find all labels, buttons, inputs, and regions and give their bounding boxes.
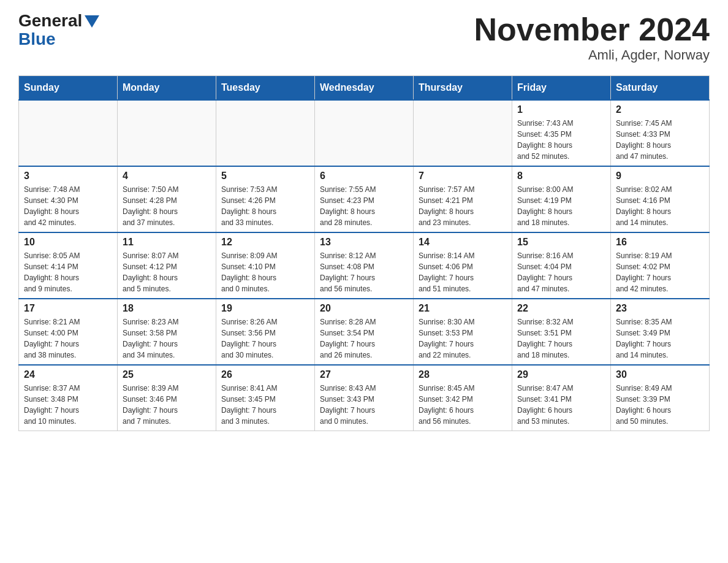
- logo: General Blue: [18, 12, 99, 49]
- day-cell: [118, 100, 216, 166]
- calendar-table: Sunday Monday Tuesday Wednesday Thursday…: [18, 75, 710, 431]
- header-saturday: Saturday: [611, 76, 710, 101]
- day-number: 3: [24, 170, 112, 182]
- day-number: 18: [123, 303, 211, 314]
- day-info: Sunrise: 7:43 AM Sunset: 4:35 PM Dayligh…: [517, 118, 605, 162]
- header-row: Sunday Monday Tuesday Wednesday Thursday…: [19, 76, 710, 101]
- day-number: 8: [517, 170, 605, 182]
- day-cell: [216, 100, 315, 166]
- day-number: 5: [221, 170, 309, 182]
- week-row-1: 1Sunrise: 7:43 AM Sunset: 4:35 PM Daylig…: [19, 100, 710, 166]
- day-cell: 23Sunrise: 8:35 AM Sunset: 3:49 PM Dayli…: [611, 299, 710, 365]
- day-cell: [414, 100, 512, 166]
- day-info: Sunrise: 8:23 AM Sunset: 3:58 PM Dayligh…: [123, 316, 211, 361]
- day-number: 19: [221, 303, 309, 314]
- day-info: Sunrise: 7:57 AM Sunset: 4:21 PM Dayligh…: [419, 184, 507, 228]
- header-tuesday: Tuesday: [216, 76, 315, 101]
- day-info: Sunrise: 8:30 AM Sunset: 3:53 PM Dayligh…: [419, 316, 507, 361]
- day-cell: 2Sunrise: 7:45 AM Sunset: 4:33 PM Daylig…: [611, 100, 710, 166]
- header-monday: Monday: [118, 76, 216, 101]
- day-cell: 26Sunrise: 8:41 AM Sunset: 3:45 PM Dayli…: [216, 365, 315, 431]
- logo-general: General: [18, 12, 82, 29]
- day-number: 1: [517, 104, 605, 115]
- day-number: 20: [320, 303, 408, 314]
- day-number: 15: [517, 237, 605, 248]
- day-cell: 10Sunrise: 8:05 AM Sunset: 4:14 PM Dayli…: [19, 232, 118, 299]
- day-info: Sunrise: 8:21 AM Sunset: 4:00 PM Dayligh…: [24, 316, 112, 361]
- day-cell: 6Sunrise: 7:55 AM Sunset: 4:23 PM Daylig…: [315, 166, 414, 232]
- week-row-3: 10Sunrise: 8:05 AM Sunset: 4:14 PM Dayli…: [19, 232, 710, 299]
- day-number: 29: [517, 369, 605, 380]
- day-info: Sunrise: 8:39 AM Sunset: 3:46 PM Dayligh…: [123, 383, 211, 427]
- day-number: 30: [616, 369, 704, 380]
- calendar-title: November 2024: [474, 12, 710, 47]
- day-cell: 27Sunrise: 8:43 AM Sunset: 3:43 PM Dayli…: [315, 365, 414, 431]
- day-cell: 14Sunrise: 8:14 AM Sunset: 4:06 PM Dayli…: [414, 232, 512, 299]
- day-info: Sunrise: 7:53 AM Sunset: 4:26 PM Dayligh…: [221, 184, 309, 228]
- day-cell: 4Sunrise: 7:50 AM Sunset: 4:28 PM Daylig…: [118, 166, 216, 232]
- day-number: 12: [221, 237, 309, 248]
- week-row-2: 3Sunrise: 7:48 AM Sunset: 4:30 PM Daylig…: [19, 166, 710, 232]
- day-number: 23: [616, 303, 704, 314]
- day-info: Sunrise: 8:41 AM Sunset: 3:45 PM Dayligh…: [221, 383, 309, 427]
- calendar-subtitle: Amli, Agder, Norway: [474, 47, 710, 63]
- day-cell: 12Sunrise: 8:09 AM Sunset: 4:10 PM Dayli…: [216, 232, 315, 299]
- day-info: Sunrise: 8:09 AM Sunset: 4:10 PM Dayligh…: [221, 250, 309, 294]
- day-cell: 30Sunrise: 8:49 AM Sunset: 3:39 PM Dayli…: [611, 365, 710, 431]
- day-cell: 29Sunrise: 8:47 AM Sunset: 3:41 PM Dayli…: [512, 365, 611, 431]
- day-cell: 22Sunrise: 8:32 AM Sunset: 3:51 PM Dayli…: [512, 299, 611, 365]
- logo-triangle-icon: [85, 15, 99, 28]
- day-number: 25: [123, 369, 211, 380]
- day-info: Sunrise: 7:48 AM Sunset: 4:30 PM Dayligh…: [24, 184, 112, 228]
- day-number: 11: [123, 237, 211, 248]
- header-friday: Friday: [512, 76, 611, 101]
- day-number: 22: [517, 303, 605, 314]
- day-info: Sunrise: 8:35 AM Sunset: 3:49 PM Dayligh…: [616, 316, 704, 361]
- day-info: Sunrise: 7:50 AM Sunset: 4:28 PM Dayligh…: [123, 184, 211, 228]
- day-info: Sunrise: 8:37 AM Sunset: 3:48 PM Dayligh…: [24, 383, 112, 427]
- day-cell: 21Sunrise: 8:30 AM Sunset: 3:53 PM Dayli…: [414, 299, 512, 365]
- day-info: Sunrise: 7:55 AM Sunset: 4:23 PM Dayligh…: [320, 184, 408, 228]
- day-info: Sunrise: 8:02 AM Sunset: 4:16 PM Dayligh…: [616, 184, 704, 228]
- day-info: Sunrise: 8:32 AM Sunset: 3:51 PM Dayligh…: [517, 316, 605, 361]
- day-cell: 13Sunrise: 8:12 AM Sunset: 4:08 PM Dayli…: [315, 232, 414, 299]
- week-row-4: 17Sunrise: 8:21 AM Sunset: 4:00 PM Dayli…: [19, 299, 710, 365]
- header-sunday: Sunday: [19, 76, 118, 101]
- day-number: 9: [616, 170, 704, 182]
- day-number: 4: [123, 170, 211, 182]
- day-cell: 28Sunrise: 8:45 AM Sunset: 3:42 PM Dayli…: [414, 365, 512, 431]
- day-info: Sunrise: 8:07 AM Sunset: 4:12 PM Dayligh…: [123, 250, 211, 294]
- day-cell: 15Sunrise: 8:16 AM Sunset: 4:04 PM Dayli…: [512, 232, 611, 299]
- day-info: Sunrise: 8:14 AM Sunset: 4:06 PM Dayligh…: [419, 250, 507, 294]
- day-info: Sunrise: 8:43 AM Sunset: 3:43 PM Dayligh…: [320, 383, 408, 427]
- day-number: 28: [419, 369, 507, 380]
- header-thursday: Thursday: [414, 76, 512, 101]
- day-info: Sunrise: 8:19 AM Sunset: 4:02 PM Dayligh…: [616, 250, 704, 294]
- day-number: 13: [320, 237, 408, 248]
- day-cell: 24Sunrise: 8:37 AM Sunset: 3:48 PM Dayli…: [19, 365, 118, 431]
- day-number: 7: [419, 170, 507, 182]
- day-number: 6: [320, 170, 408, 182]
- day-info: Sunrise: 8:47 AM Sunset: 3:41 PM Dayligh…: [517, 383, 605, 427]
- week-row-5: 24Sunrise: 8:37 AM Sunset: 3:48 PM Dayli…: [19, 365, 710, 431]
- day-cell: 7Sunrise: 7:57 AM Sunset: 4:21 PM Daylig…: [414, 166, 512, 232]
- day-number: 21: [419, 303, 507, 314]
- day-info: Sunrise: 8:45 AM Sunset: 3:42 PM Dayligh…: [419, 383, 507, 427]
- day-cell: 17Sunrise: 8:21 AM Sunset: 4:00 PM Dayli…: [19, 299, 118, 365]
- day-cell: 11Sunrise: 8:07 AM Sunset: 4:12 PM Dayli…: [118, 232, 216, 299]
- day-number: 27: [320, 369, 408, 380]
- day-number: 2: [616, 104, 704, 115]
- day-number: 17: [24, 303, 112, 314]
- day-cell: 1Sunrise: 7:43 AM Sunset: 4:35 PM Daylig…: [512, 100, 611, 166]
- day-info: Sunrise: 8:28 AM Sunset: 3:54 PM Dayligh…: [320, 316, 408, 361]
- day-info: Sunrise: 8:26 AM Sunset: 3:56 PM Dayligh…: [221, 316, 309, 361]
- day-cell: 9Sunrise: 8:02 AM Sunset: 4:16 PM Daylig…: [611, 166, 710, 232]
- day-number: 16: [616, 237, 704, 248]
- day-cell: [315, 100, 414, 166]
- day-info: Sunrise: 8:49 AM Sunset: 3:39 PM Dayligh…: [616, 383, 704, 427]
- day-cell: 25Sunrise: 8:39 AM Sunset: 3:46 PM Dayli…: [118, 365, 216, 431]
- day-cell: 19Sunrise: 8:26 AM Sunset: 3:56 PM Dayli…: [216, 299, 315, 365]
- day-cell: 18Sunrise: 8:23 AM Sunset: 3:58 PM Dayli…: [118, 299, 216, 365]
- day-cell: 16Sunrise: 8:19 AM Sunset: 4:02 PM Dayli…: [611, 232, 710, 299]
- day-cell: [19, 100, 118, 166]
